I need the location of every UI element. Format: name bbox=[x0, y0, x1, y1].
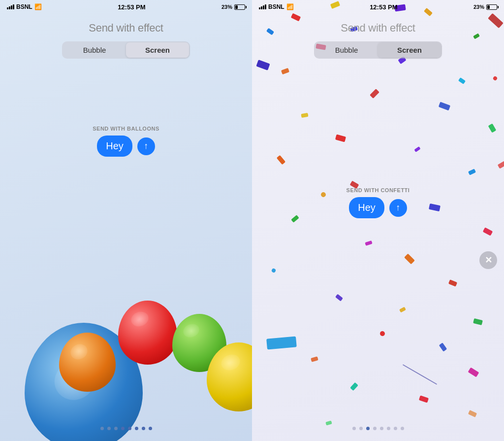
battery-pct-right: 23% bbox=[473, 4, 484, 10]
right-effect-label: SEND WITH CONFETTI bbox=[346, 187, 410, 193]
tab-bubble-right[interactable]: Bubble bbox=[315, 42, 378, 58]
left-segment-control[interactable]: Bubble Screen bbox=[62, 41, 190, 59]
battery-pct-left: 23% bbox=[221, 4, 232, 10]
carrier-left: BSNL bbox=[16, 3, 32, 10]
right-dot-5[interactable] bbox=[387, 427, 390, 430]
right-bubble-row: Hey ↑ bbox=[349, 197, 407, 218]
left-effect-area: SEND WITH BALLOONS Hey ↑ bbox=[0, 126, 252, 157]
right-status-left: BSNL 📶 bbox=[259, 3, 294, 10]
right-dot-4[interactable] bbox=[380, 427, 383, 430]
right-status-bar: BSNL 📶 12:53 PM 23% bbox=[252, 0, 504, 14]
right-dot-0[interactable] bbox=[352, 427, 356, 430]
right-dot-2[interactable] bbox=[366, 427, 370, 430]
right-screen-title: Send with effect bbox=[341, 22, 415, 34]
right-dot-3[interactable] bbox=[373, 427, 377, 430]
dot-1[interactable] bbox=[107, 427, 111, 430]
wifi-icon-left: 📶 bbox=[34, 3, 42, 10]
dot-2[interactable] bbox=[114, 427, 118, 430]
right-panel: BSNL 📶 12:53 PM 23% Send with effect Bub… bbox=[252, 0, 504, 441]
balloon-area bbox=[0, 214, 252, 441]
dot-4[interactable] bbox=[128, 427, 131, 430]
tab-bubble-left[interactable]: Bubble bbox=[63, 42, 126, 58]
right-page-dots bbox=[352, 427, 404, 430]
right-message-bubble: Hey bbox=[349, 197, 384, 218]
carrier-right: BSNL bbox=[268, 3, 284, 10]
dot-6[interactable] bbox=[142, 427, 145, 430]
right-dot-6[interactable] bbox=[394, 427, 397, 430]
left-status-bar: BSNL 📶 12:53 PM 23% bbox=[0, 0, 252, 14]
right-status-right: 23% bbox=[473, 4, 497, 10]
dot-7[interactable] bbox=[149, 427, 152, 430]
signal-icon-right bbox=[259, 4, 266, 9]
time-left: 12:53 PM bbox=[118, 3, 145, 11]
right-dot-7[interactable] bbox=[401, 427, 404, 430]
right-dot-1[interactable] bbox=[359, 427, 363, 430]
left-message-bubble: Hey bbox=[97, 136, 132, 157]
right-effect-area: SEND WITH CONFETTI Hey ↑ bbox=[252, 187, 504, 218]
left-effect-label: SEND WITH BALLOONS bbox=[93, 126, 159, 132]
left-panel: BSNL 📶 12:53 PM 23% Send with effect Bub… bbox=[0, 0, 252, 441]
left-screen-title: Send with effect bbox=[89, 22, 163, 34]
balloon-orange bbox=[59, 333, 116, 392]
time-right: 12:53 PM bbox=[370, 3, 397, 11]
dot-5[interactable] bbox=[135, 427, 138, 430]
dot-0[interactable] bbox=[100, 427, 104, 430]
left-send-button[interactable]: ↑ bbox=[137, 137, 155, 155]
wifi-icon-right: 📶 bbox=[286, 3, 294, 10]
balloon-red bbox=[118, 301, 177, 365]
tab-screen-right[interactable]: Screen bbox=[378, 42, 441, 58]
signal-icon bbox=[7, 4, 14, 9]
battery-icon-right bbox=[486, 4, 497, 10]
right-segment-control[interactable]: Bubble Screen bbox=[314, 41, 442, 59]
confetti-container bbox=[252, 0, 504, 441]
left-bubble-row: Hey ↑ bbox=[97, 136, 155, 157]
tab-screen-left[interactable]: Screen bbox=[126, 42, 189, 58]
left-status-left: BSNL 📶 bbox=[7, 3, 42, 10]
dot-3[interactable] bbox=[121, 427, 125, 430]
right-send-button[interactable]: ↑ bbox=[389, 199, 407, 217]
close-button[interactable]: ✕ bbox=[479, 251, 497, 269]
left-status-right: 23% bbox=[221, 4, 245, 10]
left-page-dots bbox=[100, 427, 152, 430]
battery-icon-left bbox=[234, 4, 245, 10]
